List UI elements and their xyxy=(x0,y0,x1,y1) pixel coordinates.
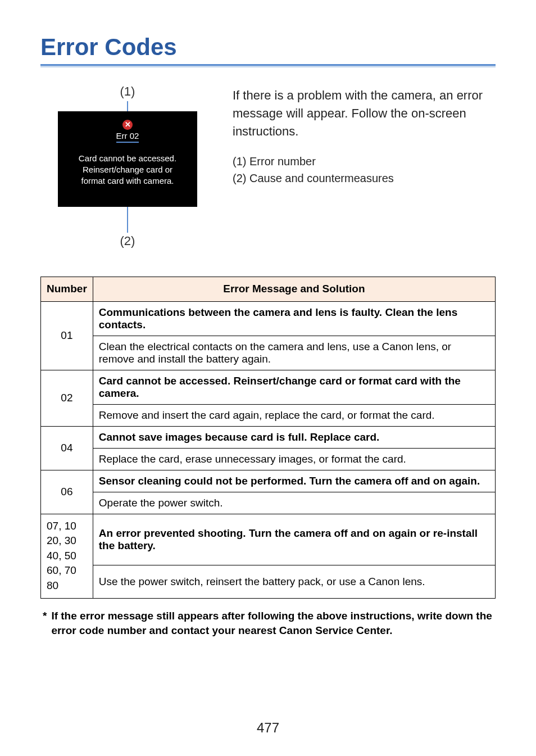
msg-bold: Sensor cleaning could not be performed. … xyxy=(93,470,495,492)
msg-plain: Operate the power switch. xyxy=(93,492,495,514)
msg-plain: Clean the electrical contacts on the cam… xyxy=(93,336,495,370)
msg-bold: Communications between the camera and le… xyxy=(93,301,495,336)
title-underline xyxy=(40,64,496,67)
callout-line-bottom xyxy=(127,207,128,233)
msg-bold: Cannot save images because card is full.… xyxy=(93,426,495,448)
upper-section: (1) ✕ Err 02 Card cannot be accessed. Re… xyxy=(40,84,496,248)
error-message-text: Card cannot be accessed. Reinsert/change… xyxy=(58,153,197,187)
footnote-star: * xyxy=(43,609,47,639)
th-number: Number xyxy=(41,277,93,302)
intro-paragraph: If there is a problem with the camera, a… xyxy=(233,87,496,141)
diagram-column: (1) ✕ Err 02 Card cannot be accessed. Re… xyxy=(40,84,215,248)
msg-bold: An error prevented shooting. Turn the ca… xyxy=(93,514,495,565)
footnote: * If the error message still appears aft… xyxy=(40,609,496,639)
num-cell: 04 xyxy=(41,426,93,470)
num-cell: 02 xyxy=(41,370,93,426)
footnote-text: If the error message still appears after… xyxy=(51,609,496,639)
err-msg-line: Card cannot be accessed. xyxy=(63,153,192,164)
num-cell: 06 xyxy=(41,470,93,514)
num-cell: 01 xyxy=(41,301,93,370)
num-cell: 07, 1020, 3040, 5060, 7080 xyxy=(41,514,93,598)
legend-item-1: (1) Error number xyxy=(233,153,496,170)
error-x-icon: ✕ xyxy=(122,120,133,130)
callout-label-2: (2) xyxy=(40,234,215,248)
err-msg-line: Reinsert/change card or xyxy=(63,164,192,175)
legend-item-2: (2) Cause and countermeasures xyxy=(233,170,496,187)
camera-error-screen: ✕ Err 02 Card cannot be accessed. Reinse… xyxy=(58,111,197,207)
msg-bold: Card cannot be accessed. Reinsert/change… xyxy=(93,370,495,404)
page-number: 477 xyxy=(0,720,536,736)
error-table: Number Error Message and Solution 01 Com… xyxy=(40,277,496,599)
err-msg-line: format card with camera. xyxy=(63,175,192,187)
msg-plain: Use the power switch, reinsert the batte… xyxy=(93,565,495,599)
callout-line-top xyxy=(127,101,128,111)
intro-column: If there is a problem with the camera, a… xyxy=(233,84,496,248)
msg-plain: Replace the card, erase unnecessary imag… xyxy=(93,448,495,470)
th-message: Error Message and Solution xyxy=(93,277,495,302)
error-code-label: Err 02 xyxy=(116,131,139,143)
page-title: Error Codes xyxy=(40,34,496,61)
callout-label-1: (1) xyxy=(40,84,215,99)
msg-plain: Remove and insert the card again, replac… xyxy=(93,404,495,426)
